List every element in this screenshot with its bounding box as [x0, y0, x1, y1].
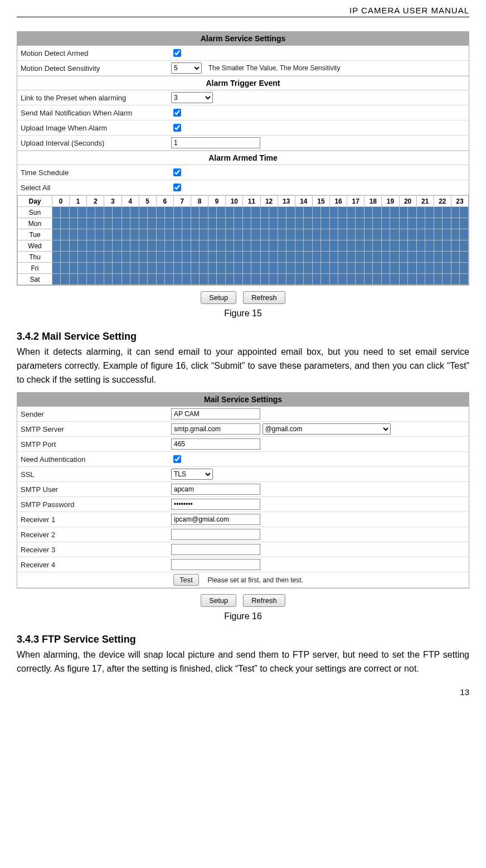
schedule-cell[interactable] [191, 252, 208, 263]
receiver3-input[interactable] [171, 544, 260, 555]
schedule-cell[interactable] [70, 240, 87, 252]
schedule-cell[interactable] [122, 252, 139, 263]
schedule-cell[interactable] [122, 274, 139, 285]
schedule-cell[interactable] [104, 274, 122, 285]
schedule-cell[interactable] [173, 252, 191, 263]
time-schedule-checkbox[interactable] [173, 168, 181, 176]
schedule-cell[interactable] [208, 207, 226, 218]
receiver2-input[interactable] [171, 529, 260, 540]
schedule-cell[interactable] [70, 274, 87, 285]
schedule-cell[interactable] [365, 229, 382, 240]
schedule-cell[interactable] [347, 207, 365, 218]
schedule-cell[interactable] [434, 229, 451, 240]
schedule-cell[interactable] [156, 207, 173, 218]
schedule-cell[interactable] [122, 229, 139, 240]
schedule-cell[interactable] [416, 218, 434, 229]
receiver1-input[interactable] [171, 514, 260, 525]
schedule-cell[interactable] [399, 274, 416, 285]
schedule-cell[interactable] [365, 252, 382, 263]
schedule-cell[interactable] [295, 218, 312, 229]
sender-input[interactable] [171, 408, 260, 419]
schedule-cell[interactable] [312, 229, 329, 240]
schedule-cell[interactable] [434, 252, 451, 263]
schedule-cell[interactable] [295, 229, 312, 240]
refresh-button-2[interactable]: Refresh [243, 594, 285, 607]
schedule-cell[interactable] [399, 252, 416, 263]
schedule-cell[interactable] [156, 252, 173, 263]
schedule-cell[interactable] [243, 218, 260, 229]
schedule-cell[interactable] [87, 207, 104, 218]
schedule-cell[interactable] [312, 240, 329, 252]
schedule-cell[interactable] [52, 207, 70, 218]
schedule-cell[interactable] [434, 240, 451, 252]
schedule-cell[interactable] [52, 240, 70, 252]
smtp-pass-input[interactable] [171, 499, 260, 510]
schedule-cell[interactable] [260, 218, 278, 229]
schedule-cell[interactable] [330, 207, 347, 218]
schedule-cell[interactable] [173, 240, 191, 252]
schedule-cell[interactable] [278, 218, 295, 229]
schedule-cell[interactable] [243, 274, 260, 285]
schedule-cell[interactable] [365, 263, 382, 274]
schedule-cell[interactable] [208, 218, 226, 229]
test-button[interactable]: Test [173, 574, 199, 586]
schedule-cell[interactable] [365, 240, 382, 252]
schedule-cell[interactable] [70, 252, 87, 263]
need-auth-checkbox[interactable] [173, 455, 181, 463]
schedule-cell[interactable] [330, 252, 347, 263]
schedule-cell[interactable] [416, 207, 434, 218]
schedule-cell[interactable] [139, 252, 156, 263]
schedule-cell[interactable] [365, 207, 382, 218]
schedule-cell[interactable] [278, 263, 295, 274]
schedule-cell[interactable] [347, 263, 365, 274]
schedule-cell[interactable] [156, 274, 173, 285]
schedule-cell[interactable] [382, 263, 399, 274]
schedule-cell[interactable] [226, 229, 243, 240]
schedule-cell[interactable] [451, 263, 468, 274]
schedule-cell[interactable] [260, 229, 278, 240]
schedule-cell[interactable] [399, 229, 416, 240]
schedule-cell[interactable] [312, 218, 329, 229]
schedule-cell[interactable] [451, 207, 468, 218]
schedule-cell[interactable] [278, 252, 295, 263]
schedule-cell[interactable] [70, 218, 87, 229]
schedule-cell[interactable] [243, 240, 260, 252]
setup-button[interactable]: Setup [201, 291, 236, 304]
schedule-cell[interactable] [208, 274, 226, 285]
schedule-cell[interactable] [399, 240, 416, 252]
schedule-cell[interactable] [434, 274, 451, 285]
schedule-cell[interactable] [87, 218, 104, 229]
setup-button-2[interactable]: Setup [201, 594, 236, 607]
schedule-cell[interactable] [416, 274, 434, 285]
schedule-cell[interactable] [139, 263, 156, 274]
schedule-cell[interactable] [139, 207, 156, 218]
schedule-cell[interactable] [278, 240, 295, 252]
motion-armed-checkbox[interactable] [173, 49, 181, 57]
schedule-cell[interactable] [434, 218, 451, 229]
schedule-cell[interactable] [347, 229, 365, 240]
schedule-cell[interactable] [347, 218, 365, 229]
schedule-cell[interactable] [191, 229, 208, 240]
schedule-cell[interactable] [382, 274, 399, 285]
schedule-cell[interactable] [208, 229, 226, 240]
schedule-cell[interactable] [416, 229, 434, 240]
schedule-cell[interactable] [365, 218, 382, 229]
schedule-cell[interactable] [312, 274, 329, 285]
schedule-cell[interactable] [191, 207, 208, 218]
schedule-cell[interactable] [312, 252, 329, 263]
smtp-port-input[interactable] [171, 438, 260, 450]
schedule-cell[interactable] [52, 252, 70, 263]
schedule-cell[interactable] [87, 229, 104, 240]
schedule-cell[interactable] [278, 207, 295, 218]
schedule-cell[interactable] [312, 207, 329, 218]
schedule-cell[interactable] [451, 252, 468, 263]
schedule-cell[interactable] [260, 240, 278, 252]
schedule-cell[interactable] [243, 263, 260, 274]
schedule-cell[interactable] [451, 240, 468, 252]
schedule-cell[interactable] [382, 252, 399, 263]
schedule-cell[interactable] [226, 274, 243, 285]
schedule-cell[interactable] [191, 218, 208, 229]
schedule-cell[interactable] [226, 207, 243, 218]
schedule-cell[interactable] [52, 263, 70, 274]
schedule-cell[interactable] [70, 263, 87, 274]
